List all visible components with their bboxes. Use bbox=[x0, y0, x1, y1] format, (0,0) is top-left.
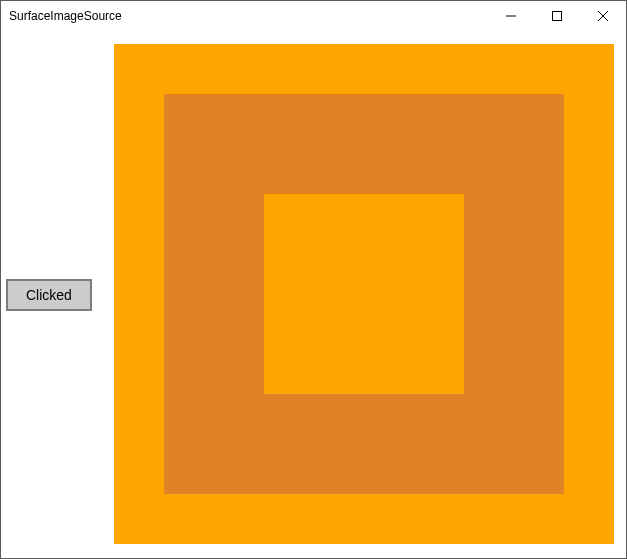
titlebar[interactable]: SurfaceImageSource bbox=[1, 1, 626, 31]
window-control-buttons bbox=[488, 1, 626, 31]
close-button[interactable] bbox=[580, 1, 626, 31]
window-title: SurfaceImageSource bbox=[1, 9, 488, 23]
app-window: SurfaceImageSource Clicked bbox=[0, 0, 627, 559]
square-inner bbox=[264, 194, 464, 394]
svg-rect-1 bbox=[553, 12, 562, 21]
maximize-icon bbox=[552, 11, 562, 21]
minimize-icon bbox=[506, 11, 516, 21]
close-icon bbox=[598, 11, 608, 21]
minimize-button[interactable] bbox=[488, 1, 534, 31]
surface-image bbox=[114, 44, 614, 544]
clicked-button[interactable]: Clicked bbox=[6, 279, 92, 311]
client-area: Clicked bbox=[1, 31, 626, 558]
maximize-button[interactable] bbox=[534, 1, 580, 31]
